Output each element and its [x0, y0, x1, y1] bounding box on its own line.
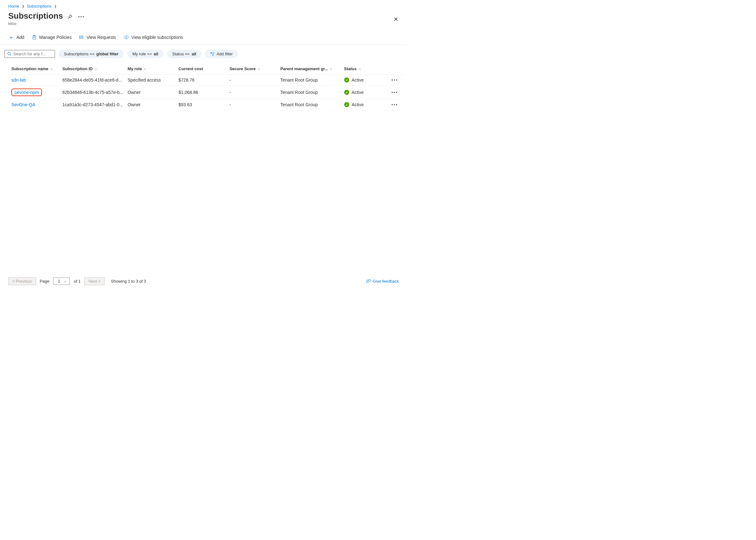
cell-status: ✓Active: [342, 86, 387, 99]
give-feedback-button[interactable]: Give feedback: [366, 279, 399, 284]
svg-rect-0: [33, 35, 36, 39]
view-requests-button[interactable]: View Requests: [79, 35, 116, 40]
col-parent[interactable]: Parent management gr...↑↓: [278, 63, 342, 74]
sort-icon: ↑↓: [94, 68, 96, 71]
cell-score: -: [228, 74, 278, 86]
filter-bar: Subscriptions == global filter My role =…: [0, 45, 407, 61]
close-icon[interactable]: ✕: [393, 16, 398, 23]
cell-role: Owner: [126, 99, 177, 110]
prev-button[interactable]: < Previous: [8, 277, 36, 285]
breadcrumb-subscriptions[interactable]: Subscriptions: [27, 4, 52, 9]
title-row: Subscriptions •••: [0, 10, 407, 21]
policies-label: Manage Policies: [39, 35, 72, 40]
cell-role: Specified access: [126, 74, 177, 86]
table-row: sdn-lab658e2844-de05-41fd-ace6-d...Speci…: [10, 74, 403, 86]
manage-policies-button[interactable]: Manage Policies: [32, 35, 72, 40]
col-status[interactable]: Status↑↓: [342, 63, 387, 74]
filter-subscriptions[interactable]: Subscriptions == global filter: [59, 50, 124, 58]
pin-icon[interactable]: [67, 14, 72, 19]
subtitle: telco: [0, 21, 407, 30]
add-button[interactable]: ＋ Add: [8, 34, 24, 41]
cell-cost: $93.63: [177, 99, 228, 110]
svg-point-2: [79, 37, 80, 37]
check-icon: ✓: [344, 90, 349, 95]
subscription-link[interactable]: sevone-npm: [11, 88, 42, 96]
search-box[interactable]: [4, 50, 55, 58]
row-menu-button[interactable]: •••: [387, 99, 403, 110]
plus-icon: ＋: [8, 34, 14, 41]
page-label: Page: [40, 279, 49, 284]
cell-parent: Tenant Root Group: [278, 99, 342, 110]
search-input[interactable]: [13, 52, 52, 56]
feedback-icon: [366, 279, 371, 284]
cell-cost: $1,068.86: [177, 86, 228, 99]
svg-point-6: [366, 280, 368, 281]
svg-point-5: [8, 52, 10, 55]
sort-icon: ↑↓: [330, 68, 332, 71]
showing-text: Showing 1 to 3 of 3: [111, 279, 146, 284]
col-score[interactable]: Secure Score↑↓: [228, 63, 278, 74]
filter-icon: [210, 52, 215, 56]
chevron-right-icon: ❯: [54, 4, 56, 8]
row-menu-button[interactable]: •••: [387, 86, 403, 99]
command-bar: ＋ Add Manage Policies View Requests View…: [0, 30, 407, 45]
breadcrumb: Home ❯ Subscriptions ❯: [0, 0, 407, 10]
subscription-link[interactable]: sdn-lab: [11, 77, 26, 82]
policies-icon: [32, 35, 37, 40]
sort-icon: ↑↓: [359, 68, 360, 71]
page-select[interactable]: 1 ⌄: [53, 278, 70, 285]
table-row: SevOne-QA1ca91a3c-d273-4547-abd1-0...Own…: [10, 99, 403, 110]
search-icon: [7, 52, 11, 56]
breadcrumb-home[interactable]: Home: [8, 4, 19, 9]
svg-point-1: [79, 36, 80, 36]
list-icon: [79, 35, 84, 40]
cell-cost: $728.76: [177, 74, 228, 86]
pagination-footer: < Previous Page 1 ⌄ of 1 Next > Showing …: [0, 277, 407, 285]
row-menu-button[interactable]: •••: [387, 74, 403, 86]
col-id[interactable]: Subscription ID↑↓: [60, 63, 126, 74]
add-label: Add: [16, 35, 24, 40]
check-icon: ✓: [344, 77, 349, 82]
svg-point-4: [126, 37, 127, 38]
eligible-label: View eligible subscriptions: [132, 35, 183, 40]
more-icon[interactable]: •••: [78, 14, 85, 19]
requests-label: View Requests: [87, 35, 116, 40]
chevron-down-icon: ⌄: [64, 280, 66, 283]
subscription-link[interactable]: SevOne-QA: [11, 102, 35, 107]
page-title: Subscriptions: [8, 11, 63, 21]
filter-status[interactable]: Status == all: [167, 50, 201, 58]
eye-icon: [124, 35, 129, 39]
next-button[interactable]: Next >: [84, 277, 105, 285]
table-row: sevone-npm62b34846-613b-4c75-a57e-b...Ow…: [10, 86, 403, 99]
sort-icon: ↑↓: [144, 68, 146, 71]
cell-score: -: [228, 99, 278, 110]
add-filter-button[interactable]: Add filter: [205, 50, 238, 58]
col-name[interactable]: Subscription name↑↓: [10, 63, 60, 74]
cell-status: ✓Active: [342, 99, 387, 110]
cell-role: Owner: [126, 86, 177, 99]
page-of: of 1: [74, 279, 81, 284]
filter-myrole[interactable]: My role == all: [127, 50, 163, 58]
cell-score: -: [228, 86, 278, 99]
cell-parent: Tenant Root Group: [278, 74, 342, 86]
cell-id: 658e2844-de05-41fd-ace6-d...: [60, 74, 126, 86]
col-cost[interactable]: Current cost: [177, 63, 228, 74]
view-eligible-button[interactable]: View eligible subscriptions: [124, 35, 183, 40]
sort-icon: ↑↓: [258, 68, 260, 71]
cell-id: 62b34846-613b-4c75-a57e-b...: [60, 86, 126, 99]
cell-parent: Tenant Root Group: [278, 86, 342, 99]
chevron-right-icon: ❯: [22, 4, 24, 8]
check-icon: ✓: [344, 102, 349, 107]
subscriptions-table: Subscription name↑↓ Subscription ID↑↓ My…: [0, 61, 407, 110]
col-role[interactable]: My role↑↓: [126, 63, 177, 74]
sort-icon: ↑↓: [50, 68, 52, 71]
cell-id: 1ca91a3c-d273-4547-abd1-0...: [60, 99, 126, 110]
cell-status: ✓Active: [342, 74, 387, 86]
svg-point-3: [79, 38, 80, 39]
